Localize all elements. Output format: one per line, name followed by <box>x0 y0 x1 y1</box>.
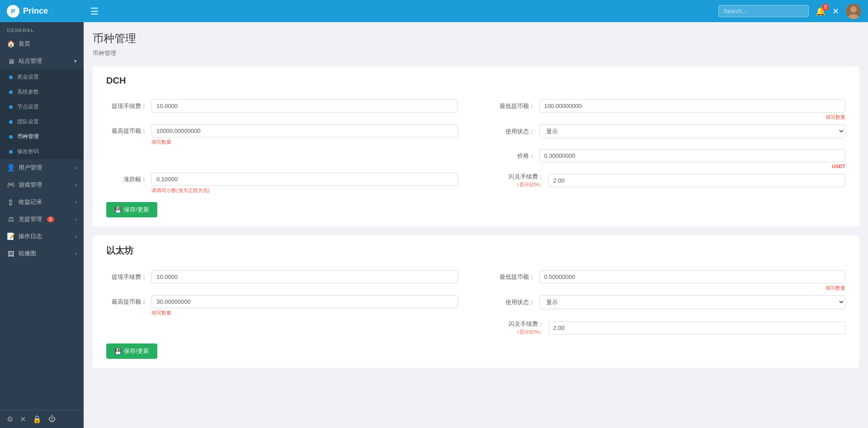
sidebar-footer: ⚙ ✕ 🔒 ⏻ <box>0 410 84 428</box>
sidebar-item-deposit-mgmt[interactable]: ⚖ 充提管理 8 › <box>0 211 84 228</box>
eth-min-withdrawal-input[interactable] <box>539 270 846 283</box>
sidebar-item-node-settings[interactable]: 节点设置 <box>0 99 84 114</box>
lock-icon[interactable]: 🔒 <box>33 415 42 423</box>
eth-min-withdrawal-field: 最低提币额： 填写数量 <box>494 270 846 292</box>
dch-card: DCH 提现手续费： 最低提币额： 填写数量 <box>93 66 859 226</box>
menu-toggle-button[interactable]: ☰ <box>90 6 99 17</box>
eth-status-field: 使用状态： 显示 隐藏 <box>494 295 846 316</box>
chevron-right-icon: › <box>75 199 77 205</box>
sidebar-item-sys-params[interactable]: 系统参数 <box>0 85 84 99</box>
sidebar-item-user-mgmt[interactable]: 👤 用户管理 › <box>0 159 84 176</box>
deposit-badge: 8 <box>47 216 54 222</box>
expand-button[interactable]: ✕ <box>832 6 839 16</box>
eth-withdrawal-fee-label: 提现手续费： <box>106 273 147 281</box>
topbar-actions: 🔔 8 ✕ <box>816 4 861 19</box>
eth-max-withdrawal-label: 最高提币额： <box>106 298 147 306</box>
dot-indicator <box>9 75 13 79</box>
breadcrumb: 币种管理 <box>93 49 859 57</box>
eth-flash-fee-input[interactable] <box>548 321 846 334</box>
log-icon: 📝 <box>7 232 15 240</box>
sidebar-item-label: 轮播图 <box>19 249 36 258</box>
sidebar-item-op-log[interactable]: 📝 操作日志 › <box>0 228 84 245</box>
chevron-right-icon: › <box>75 165 77 170</box>
sidebar-sub-label: 团队设置 <box>17 118 39 126</box>
logo-icon: P <box>7 5 19 18</box>
dch-fluctuation-hint: 请填写小数(涨为正跌为负) <box>106 187 458 194</box>
dch-usdt-hint: USDT <box>494 164 846 169</box>
app-name: Prince <box>23 6 48 16</box>
app-logo: P Prince <box>7 5 90 18</box>
sidebar-item-currency-mgmt[interactable]: 币种管理 <box>0 129 84 144</box>
sidebar-item-label: 首页 <box>19 40 30 48</box>
eth-max-withdrawal-input[interactable] <box>151 295 458 308</box>
topbar: P Prince ☰ 🔔 8 ✕ <box>0 0 868 22</box>
dot-indicator <box>9 135 13 139</box>
sidebar-item-income[interactable]: ₿ 收益记录 › <box>0 193 84 211</box>
close-icon[interactable]: ✕ <box>20 415 26 423</box>
main-content: 币种管理 币种管理 DCH 提现手续费： 最低提币额： 填写数量 <box>84 22 868 428</box>
dch-flash-fee-field: 闪兑手续费： （百分比%） <box>494 173 846 194</box>
eth-status-select[interactable]: 显示 隐藏 <box>539 295 846 309</box>
sidebar-sub-label: 节点设置 <box>17 103 39 111</box>
settings-icon[interactable]: ⚙ <box>7 415 13 423</box>
dot-indicator <box>9 150 13 154</box>
eth-withdrawal-fee-field: 提现手续费： <box>106 270 458 292</box>
sidebar-item-change-password[interactable]: 修改密码 <box>0 144 84 159</box>
sidebar-item-team-settings[interactable]: 团队设置 <box>0 114 84 129</box>
dch-min-withdrawal-input[interactable] <box>539 99 846 113</box>
search-input[interactable] <box>718 5 809 17</box>
notification-button[interactable]: 🔔 8 <box>816 6 826 16</box>
image-icon: 🖼 <box>7 250 15 258</box>
dch-save-label: 保存/更新 <box>124 206 149 214</box>
dch-save-button[interactable]: 💾 保存/更新 <box>106 202 157 217</box>
dch-price-input[interactable] <box>539 149 846 162</box>
dch-withdrawal-fee-label: 提现手续费： <box>106 102 147 110</box>
sidebar-item-label: 操作日志 <box>19 232 42 240</box>
eth-withdrawal-fee-input[interactable] <box>151 270 458 283</box>
dot-indicator <box>9 90 13 94</box>
dch-withdrawal-fee-input[interactable] <box>151 99 458 113</box>
notification-badge: 8 <box>822 4 829 11</box>
sidebar-item-game-mgmt[interactable]: 🎮 游戏管理 › <box>0 176 84 193</box>
page-title: 币种管理 <box>93 31 859 46</box>
chevron-right-icon: › <box>75 251 77 256</box>
dch-empty-left <box>106 149 458 169</box>
eth-save-button[interactable]: 💾 保存/更新 <box>106 343 157 359</box>
eth-title: 以太坊 <box>106 245 845 261</box>
chevron-down-icon: ▾ <box>74 58 77 64</box>
dch-price-field: 价格： USDT <box>494 149 846 169</box>
eth-status-label: 使用状态： <box>494 298 535 306</box>
sidebar-item-carousel[interactable]: 🖼 轮播图 › <box>0 245 84 262</box>
dch-fluctuation-label: 涨跌幅： <box>106 175 147 183</box>
dch-min-withdrawal-field: 最低提币额： 填写数量 <box>494 99 846 121</box>
user-icon: 👤 <box>7 164 15 172</box>
dch-max-withdrawal-input[interactable] <box>151 124 458 137</box>
dch-status-label: 使用状态： <box>494 127 535 136</box>
save-icon: 💾 <box>114 207 122 213</box>
game-icon: 🎮 <box>7 181 15 189</box>
sidebar-item-home[interactable]: 🏠 首页 <box>0 35 84 52</box>
user-avatar[interactable] <box>846 4 861 19</box>
sidebar-item-label: 用户管理 <box>19 164 42 172</box>
sidebar-item-label: 充提管理 <box>19 215 42 223</box>
bitcoin-icon: ₿ <box>7 198 15 206</box>
dch-title: DCH <box>106 75 845 90</box>
sidebar-item-bonus-settings[interactable]: 奖金设置 <box>0 70 84 85</box>
dch-max-withdrawal-hint: 填写数量 <box>106 139 458 146</box>
balance-icon: ⚖ <box>7 215 15 223</box>
dch-flash-fee-input[interactable] <box>548 174 846 187</box>
dch-status-select[interactable]: 显示 隐藏 <box>539 124 846 138</box>
chevron-right-icon: › <box>75 234 77 239</box>
svg-point-1 <box>850 6 857 13</box>
sidebar-item-site-mgmt[interactable]: 🖥 站点管理 ▾ <box>0 52 84 70</box>
eth-min-withdrawal-label: 最低提币额： <box>494 273 535 281</box>
chevron-right-icon: › <box>75 182 77 188</box>
power-icon[interactable]: ⏻ <box>48 415 56 423</box>
sidebar-item-label: 收益记录 <box>19 198 42 206</box>
layout: GENERAL 🏠 首页 🖥 站点管理 ▾ 奖金设置 系统参数 节点设置 <box>0 22 868 428</box>
dot-indicator <box>9 120 13 124</box>
dot-indicator <box>9 105 13 109</box>
dch-fluctuation-input[interactable] <box>151 173 458 186</box>
chevron-right-icon: › <box>75 216 77 222</box>
sidebar-sub-label: 币种管理 <box>17 133 39 141</box>
